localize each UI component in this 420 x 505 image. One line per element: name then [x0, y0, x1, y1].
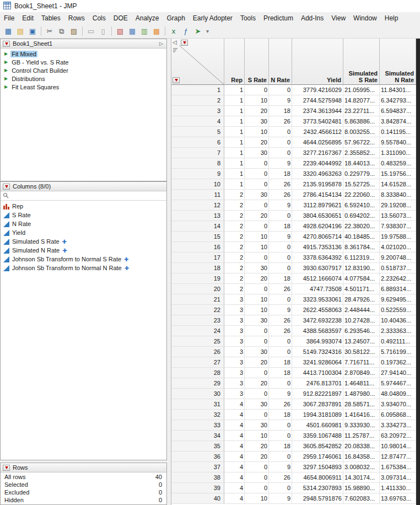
table-cell[interactable]: 7.716711...: [343, 357, 380, 368]
table-cell[interactable]: 13.24507...: [343, 336, 380, 347]
table-cell[interactable]: 0: [245, 253, 269, 263]
menu-item-rows[interactable]: Rows: [64, 13, 89, 23]
table-cell[interactable]: 28.47926...: [343, 294, 380, 305]
table-cell[interactable]: 1994.3181089: [292, 410, 343, 420]
row-number-cell[interactable]: 34: [171, 431, 224, 441]
table-cell[interactable]: 9: [269, 462, 292, 472]
table-cell[interactable]: 3359.1067488: [292, 431, 343, 441]
table-cell[interactable]: 63.20972...: [380, 431, 416, 441]
table-cell[interactable]: 0: [269, 148, 292, 158]
table-cell[interactable]: 48.04809...: [380, 389, 416, 399]
table-cell[interactable]: 4: [224, 462, 245, 472]
table-cell[interactable]: 4654.8006911: [292, 472, 343, 483]
table-cell[interactable]: 0: [245, 389, 269, 399]
table-cell[interactable]: 30: [245, 420, 269, 431]
table-cell[interactable]: 4270.8065714: [292, 232, 343, 242]
row-number-cell[interactable]: 21: [171, 294, 224, 305]
row-number-cell[interactable]: 25: [171, 336, 224, 347]
table-cell[interactable]: 0: [245, 368, 269, 378]
table-cell[interactable]: 5.863886...: [343, 116, 380, 127]
column-item-yield[interactable]: Yield: [1, 228, 166, 237]
row-number-cell[interactable]: 31: [171, 399, 224, 410]
table-cell[interactable]: 20: [245, 378, 269, 389]
table-cell[interactable]: 20: [245, 106, 269, 116]
table-cell[interactable]: 13.69763...: [380, 493, 416, 504]
table-cell[interactable]: 4: [224, 452, 245, 462]
table-cell[interactable]: 0.522559...: [380, 305, 416, 315]
table-cell[interactable]: 4: [224, 441, 245, 452]
table-cell[interactable]: 0: [245, 169, 269, 179]
columns-search-input[interactable]: [10, 192, 164, 199]
open-icon[interactable]: ▤: [15, 25, 26, 36]
table-cell[interactable]: 6.594837...: [380, 106, 416, 116]
table-cell[interactable]: 3472.6932238: [292, 315, 343, 326]
summary-table-icon[interactable]: ▥: [139, 25, 150, 36]
table-cell[interactable]: 3: [224, 336, 245, 347]
table-cell[interactable]: 2135.9195878: [292, 179, 343, 190]
table-cell[interactable]: 3378.6364392: [292, 253, 343, 263]
row-number-cell[interactable]: 29: [171, 378, 224, 389]
table-cell[interactable]: 3: [224, 368, 245, 378]
table-cell[interactable]: 15.19756...: [380, 169, 416, 179]
table-cell[interactable]: 26: [269, 326, 292, 336]
join-table-icon[interactable]: ▩: [151, 25, 162, 36]
table-cell[interactable]: 20: [245, 441, 269, 452]
menu-item-early-adopter[interactable]: Early Adopter: [189, 13, 236, 23]
table-cell[interactable]: 4: [224, 483, 245, 493]
table-cell[interactable]: 10: [245, 232, 269, 242]
menu-item-graph[interactable]: Graph: [163, 13, 189, 23]
table-cell[interactable]: 9.200748...: [380, 253, 416, 263]
table-cell[interactable]: 0: [245, 179, 269, 190]
table-cell[interactable]: 15.98890...: [343, 483, 380, 493]
table-cell[interactable]: 15.52725...: [343, 179, 380, 190]
table-cell[interactable]: 3: [224, 326, 245, 336]
table-cell[interactable]: 18: [269, 410, 292, 420]
table-cell[interactable]: 0: [269, 431, 292, 441]
run-script-icon[interactable]: ➤: [192, 25, 203, 36]
row-number-cell[interactable]: 6: [171, 137, 224, 148]
table-cell[interactable]: 18.44013...: [343, 158, 380, 169]
table-cell[interactable]: 1: [224, 116, 245, 127]
table-cell[interactable]: 18: [269, 106, 292, 116]
table-cell[interactable]: 30: [245, 315, 269, 326]
table-cell[interactable]: 30: [245, 148, 269, 158]
table-cell[interactable]: 2374.3613944: [292, 106, 343, 116]
toolbar-overflow-icon[interactable]: ▾: [204, 28, 211, 34]
table-cell[interactable]: 2.232642...: [380, 273, 416, 284]
panel-expand-icon[interactable]: ▷: [159, 41, 164, 46]
table-cell[interactable]: 16.84358...: [343, 452, 380, 462]
script-item-control-chart-builder[interactable]: ▶Control Chart Builder: [1, 66, 166, 74]
row-number-cell[interactable]: 33: [171, 420, 224, 431]
table-cell[interactable]: 1: [224, 137, 245, 148]
table-cell[interactable]: 26: [269, 315, 292, 326]
row-number-cell[interactable]: 36: [171, 452, 224, 462]
table-cell[interactable]: 23.22711...: [343, 106, 380, 116]
table-cell[interactable]: 13.56073...: [380, 211, 416, 221]
table-cell[interactable]: 4.501171...: [343, 284, 380, 294]
table-cell[interactable]: 4915.7353136: [292, 242, 343, 253]
table-cell[interactable]: 3.842874...: [380, 116, 416, 127]
column-item-n-rate[interactable]: N Rate: [1, 219, 166, 228]
columns-menu-red-triangle-icon[interactable]: [3, 184, 10, 190]
table-cell[interactable]: 0: [245, 200, 269, 211]
rows-stat-selected[interactable]: Selected0: [1, 481, 166, 488]
row-number-cell[interactable]: 28: [171, 368, 224, 378]
table-cell[interactable]: 2.448444...: [343, 305, 380, 315]
table-cell[interactable]: 2: [224, 190, 245, 200]
table-cell[interactable]: 3605.8542852: [292, 441, 343, 452]
table-cell[interactable]: 3: [224, 378, 245, 389]
table-cell[interactable]: 2: [224, 211, 245, 221]
table-cell[interactable]: 6.342793...: [380, 95, 416, 106]
table-cell[interactable]: 5.716199...: [380, 347, 416, 357]
column-header-rep[interactable]: Rep: [224, 39, 245, 85]
table-cell[interactable]: 1: [224, 179, 245, 190]
table-cell[interactable]: 4: [224, 399, 245, 410]
table-cell[interactable]: 10.40436...: [380, 315, 416, 326]
formula-icon[interactable]: ƒ: [180, 25, 191, 36]
table-cell[interactable]: 26: [269, 116, 292, 127]
table-cell[interactable]: 2: [224, 263, 245, 273]
table-cell[interactable]: 3112.8979621: [292, 200, 343, 211]
table-cell[interactable]: 9: [269, 389, 292, 399]
table-cell[interactable]: 8.333840...: [380, 190, 416, 200]
grid-columns-red-triangle-icon[interactable]: [181, 40, 188, 46]
